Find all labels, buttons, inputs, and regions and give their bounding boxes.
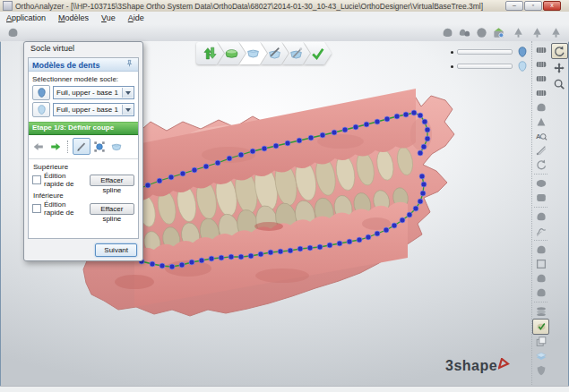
maxilla-view-icon[interactable] <box>533 100 548 115</box>
virtual-base-view-1-icon[interactable] <box>511 25 526 40</box>
view-frontal-icon[interactable] <box>533 72 548 86</box>
model-round-view-icon[interactable] <box>474 25 489 40</box>
next-step-button[interactable] <box>47 139 64 154</box>
model-single-view-icon[interactable] <box>440 25 455 40</box>
menu-application[interactable]: Application <box>0 12 52 24</box>
menu-modeles[interactable]: Modèles <box>52 12 95 24</box>
slider-track[interactable] <box>457 49 513 55</box>
divider <box>534 240 547 241</box>
cone-view-icon[interactable] <box>533 115 548 129</box>
close-button[interactable]: x <box>543 1 561 11</box>
logo-arrow-icon <box>498 358 510 370</box>
lower-base-select[interactable]: Full, upper - base 1 <box>53 103 134 116</box>
tooth-icon-dark <box>516 46 529 58</box>
edit-points-tool[interactable] <box>91 139 108 154</box>
section-header: Modèles de dents <box>29 58 138 72</box>
lower-model-icon[interactable] <box>533 285 548 300</box>
section-title: Modèles de dents <box>32 61 100 70</box>
upper-quick-edit-checkbox[interactable] <box>32 175 41 184</box>
upper-tooth-icon-button[interactable] <box>32 85 50 100</box>
minimize-button[interactable]: – <box>505 1 523 11</box>
find-annotation-icon[interactable]: A <box>533 129 548 143</box>
lower-tooth-icon-button[interactable] <box>32 102 50 117</box>
trim-region-icon[interactable] <box>533 243 548 257</box>
pan-tool[interactable] <box>552 61 567 75</box>
logo-text: 3shape <box>445 358 497 374</box>
panel-content: Modèles de dents Sélectionner modèle soc… <box>28 57 139 239</box>
pin-icon[interactable] <box>125 59 134 71</box>
camera-tools-column <box>550 41 568 91</box>
shield-icon[interactable] <box>533 363 548 378</box>
view-occlusal-upper-icon[interactable] <box>533 43 548 57</box>
layers-icon[interactable] <box>533 349 548 363</box>
spline-tools-row <box>29 135 138 159</box>
measure-tool-icon[interactable] <box>533 143 548 158</box>
jaw-visibility-sliders <box>451 45 529 73</box>
model-pair-view-icon[interactable] <box>457 25 472 40</box>
panel-title: Socle virtuel <box>24 42 142 56</box>
upper-model-icon[interactable] <box>533 271 548 285</box>
rect-tool-icon[interactable] <box>533 191 548 205</box>
view-tools-column: A <box>531 41 549 385</box>
chevron-down-icon[interactable] <box>122 105 133 115</box>
base-discs-icon[interactable] <box>533 304 548 319</box>
lower-clear-spline-button[interactable]: Effacer spline <box>90 203 134 215</box>
lower-quick-edit-label: Édition rapide de <box>44 200 87 217</box>
socle-virtuel-panel: Socle virtuel Modèles de dents Sélection… <box>23 41 143 261</box>
window-title: OrthoAnalyzer - [\\HP-103715\3Shape Orth… <box>15 2 503 11</box>
view-occlusal-lower-icon[interactable] <box>533 57 548 72</box>
chevron-down-icon[interactable] <box>122 88 133 98</box>
next-button[interactable]: Suivant <box>95 243 137 257</box>
sculpt-toggle-icon[interactable] <box>532 319 549 335</box>
reset-view-icon[interactable] <box>533 158 548 172</box>
menu-aide[interactable]: Aide <box>122 12 151 24</box>
app-icon <box>3 1 13 11</box>
bounding-box-icon[interactable] <box>533 257 548 271</box>
draw-spline-tool[interactable] <box>73 138 91 155</box>
upper-jaw-slider[interactable] <box>451 45 529 59</box>
maximize-button[interactable]: ▫ <box>524 1 542 11</box>
divider <box>534 302 547 303</box>
title-bar: OrthoAnalyzer - [\\HP-103715\3Shape Orth… <box>0 0 569 13</box>
divider <box>534 207 547 208</box>
zoom-tool[interactable] <box>552 77 567 91</box>
divider <box>67 141 69 153</box>
select-base-label: Sélectionner modèle socle: <box>32 75 134 83</box>
upper-base-select-value: Full, upper - base 1 <box>56 89 118 97</box>
slider-thumb[interactable] <box>451 51 453 54</box>
virtual-base-view-3-icon[interactable] <box>548 25 564 40</box>
ellipse-tool-icon[interactable] <box>533 176 548 191</box>
previous-step-button[interactable] <box>30 139 47 154</box>
preview-cut-tool[interactable] <box>108 139 125 154</box>
wizard-steps <box>196 42 332 64</box>
virtual-base-view-2-icon[interactable] <box>530 25 545 40</box>
open-model-icon[interactable] <box>5 25 21 40</box>
lower-base-select-value: Full, upper - base 1 <box>56 106 118 114</box>
tooth-icon-light <box>516 60 529 72</box>
step-orient-model[interactable] <box>196 42 224 64</box>
upper-clear-spline-button[interactable]: Effacer spline <box>90 175 134 186</box>
view-posterior-icon[interactable] <box>533 86 548 100</box>
upper-base-select[interactable]: Full, upper - base 1 <box>53 86 134 99</box>
upper-group-label: Supérieure <box>33 163 134 171</box>
slider-track[interactable] <box>457 64 513 69</box>
divider <box>534 174 547 175</box>
lower-jaw-slider[interactable] <box>451 59 529 73</box>
lower-quick-edit-checkbox[interactable] <box>32 204 41 213</box>
wizard-step-label: Etape 1/3: Définir coupe <box>29 122 138 135</box>
jaw-segment-icon[interactable] <box>533 209 548 224</box>
main-toolbar <box>0 24 569 42</box>
status-strip <box>0 386 569 392</box>
menu-bar: ApplicationModèlesVueAide <box>0 12 569 25</box>
upper-quick-edit-label: Édition rapide de <box>44 172 87 188</box>
compare-models-icon[interactable] <box>533 335 548 349</box>
menu-vue[interactable]: Vue <box>95 12 122 24</box>
slider-thumb[interactable] <box>451 65 453 68</box>
scene-3d-view-icon[interactable] <box>491 25 506 40</box>
rotate-tool[interactable] <box>551 43 568 59</box>
3shape-logo: 3shape <box>445 358 510 374</box>
cross-sections-icon[interactable] <box>533 224 548 238</box>
